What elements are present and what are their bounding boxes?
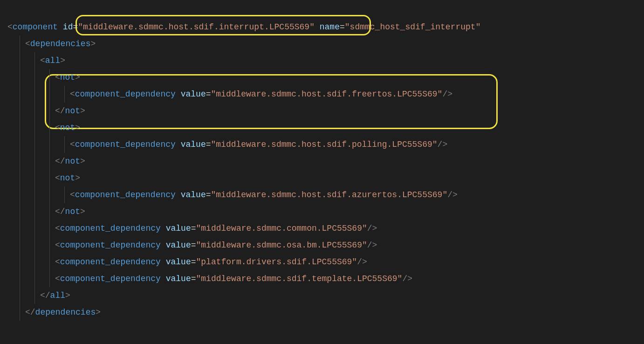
xml-attr-id: id — [63, 22, 73, 32]
xml-tag-not: not — [60, 173, 75, 183]
code-line: </not> — [7, 103, 637, 119]
xml-tag-component-dependency: component_dependency — [75, 190, 176, 200]
code-line: </not> — [7, 153, 637, 170]
xml-dep-value: "middleware.sdmmc.osa.bm.LPC55S69" — [196, 241, 367, 250]
xml-tag-component-dependency: component_dependency — [60, 224, 161, 233]
code-line: <not> — [7, 170, 637, 186]
xml-attr-value: value — [181, 190, 206, 200]
xml-attr-value: value — [181, 140, 206, 149]
xml-attr-value: value — [166, 224, 191, 233]
code-line: <not> — [7, 119, 637, 136]
code-line: <not> — [7, 69, 637, 86]
xml-attr-value: value — [181, 89, 206, 99]
code-line: </not> — [7, 203, 637, 220]
xml-tag-all: all — [45, 56, 60, 65]
xml-closetag-not: not — [65, 157, 80, 166]
xml-dep-value: "middleware.sdmmc.host.sdif.azurertos.LP… — [211, 190, 448, 200]
xml-attr-value: value — [166, 257, 191, 267]
code-line: <component_dependency value="middleware.… — [7, 237, 637, 254]
xml-dep-value: "middleware.sdmmc.common.LPC55S69" — [196, 224, 367, 233]
code-line: <component_dependency value="middleware.… — [7, 270, 637, 287]
code-line: <component_dependency value="middleware.… — [7, 136, 637, 153]
xml-value-id: "middleware.sdmmc.host.sdif.interrupt.LP… — [78, 22, 315, 32]
xml-tag-component-dependency: component_dependency — [75, 140, 176, 149]
code-line: <component id="middleware.sdmmc.host.sdi… — [7, 19, 637, 35]
xml-dep-value: "middleware.sdmmc.host.sdif.freertos.LPC… — [211, 89, 443, 99]
xml-dep-value: "platform.drivers.sdif.LPC55S69" — [196, 257, 357, 267]
xml-closetag-all: all — [50, 291, 65, 300]
code-line: <component_dependency value="platform.dr… — [7, 254, 637, 270]
xml-value-name: "sdmmc_host_sdif_interrupt" — [345, 22, 481, 32]
code-block: <component id="middleware.sdmmc.host.sdi… — [7, 19, 637, 321]
xml-tag-component-dependency: component_dependency — [60, 241, 161, 250]
xml-attr-value: value — [166, 274, 191, 283]
code-line: <component_dependency value="middleware.… — [7, 220, 637, 237]
xml-tag-component-dependency: component_dependency — [75, 89, 176, 99]
xml-tag-dependencies: dependencies — [30, 39, 91, 48]
xml-tag-component-dependency: component_dependency — [60, 274, 161, 283]
xml-closetag-not: not — [65, 106, 80, 116]
code-line: <component_dependency value="middleware.… — [7, 186, 637, 203]
code-line: <component_dependency value="middleware.… — [7, 86, 637, 103]
xml-dep-value: "middleware.sdmmc.sdif.template.LPC55S69… — [196, 274, 403, 283]
code-line: <dependencies> — [7, 35, 637, 52]
xml-bracket: < — [7, 22, 13, 32]
xml-attr-value: value — [166, 241, 191, 250]
xml-tag-component: component — [13, 22, 58, 32]
xml-closetag-dependencies: dependencies — [35, 308, 96, 317]
code-line: </all> — [7, 287, 637, 304]
xml-tag-component-dependency: component_dependency — [60, 257, 161, 267]
xml-dep-value: "middleware.sdmmc.host.sdif.polling.LPC5… — [211, 140, 438, 149]
xml-attr-name: name — [320, 22, 340, 32]
code-line: </dependencies> — [7, 304, 637, 321]
xml-closetag-not: not — [65, 207, 80, 216]
xml-tag-not: not — [60, 73, 75, 82]
xml-tag-not: not — [60, 123, 75, 132]
code-line: <all> — [7, 52, 637, 69]
